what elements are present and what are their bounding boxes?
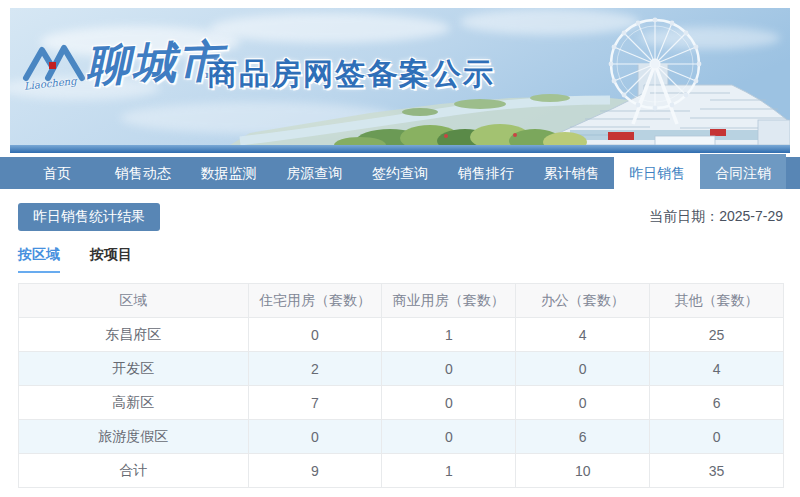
nav-item-sales-trend[interactable]: 销售动态 [100, 157, 186, 189]
main-nav: 首页 销售动态 数据监测 房源查询 签约查询 销售排行 累计销售 昨日销售 合同… [0, 157, 800, 189]
current-date-label: 当前日期：2025-7-29 [649, 208, 783, 226]
tab-by-region[interactable]: 按区域 [18, 246, 60, 273]
cell-value: 6 [516, 420, 650, 454]
region-sales-table: 区域 住宅用房（套数） 商业用房（套数） 办公（套数） 其他（套数） 东昌府区 … [18, 283, 784, 488]
cell-value: 2 [248, 352, 382, 386]
page: Liaocheng 聊城市 商品房网签备案公示 首页 销售动态 数据监测 房源查… [0, 0, 800, 497]
col-header-residential: 住宅用房（套数） [248, 284, 382, 318]
cell-value: 7 [248, 386, 382, 420]
cell-value: 1 [382, 454, 516, 488]
cell-value: 0 [382, 386, 516, 420]
col-header-other: 其他（套数） [650, 284, 784, 318]
cell-region: 开发区 [19, 352, 249, 386]
toolbar: 昨日销售统计结果 当前日期：2025-7-29 [18, 203, 783, 231]
cell-value: 0 [382, 420, 516, 454]
table-row-total: 合计 9 1 10 35 [19, 454, 784, 488]
cell-value: 4 [516, 318, 650, 352]
nav-item-home[interactable]: 首页 [14, 157, 100, 189]
nav-item-yesterday-sales[interactable]: 昨日销售 [614, 154, 700, 189]
table-row: 东昌府区 0 1 4 25 [19, 318, 784, 352]
cell-value: 35 [650, 454, 784, 488]
nav-item-sales-ranking[interactable]: 销售排行 [443, 157, 529, 189]
cell-value: 6 [650, 386, 784, 420]
cell-value: 0 [516, 386, 650, 420]
col-header-commercial: 商业用房（套数） [382, 284, 516, 318]
table-row: 旅游度假区 0 0 6 0 [19, 420, 784, 454]
view-tabs: 按区域 按项目 [18, 246, 132, 273]
header-banner: Liaocheng 聊城市 商品房网签备案公示 [10, 8, 790, 153]
nav-item-cumulative-sales[interactable]: 累计销售 [529, 157, 615, 189]
cell-region: 旅游度假区 [19, 420, 249, 454]
cell-value: 4 [650, 352, 784, 386]
table-row: 开发区 2 0 0 4 [19, 352, 784, 386]
banner-bottom-strip [10, 145, 790, 153]
nav-item-listing-query[interactable]: 房源查询 [271, 157, 357, 189]
col-header-region: 区域 [19, 284, 249, 318]
table-header-row: 区域 住宅用房（套数） 商业用房（套数） 办公（套数） 其他（套数） [19, 284, 784, 318]
cell-value: 0 [650, 420, 784, 454]
cell-region: 合计 [19, 454, 249, 488]
site-title: 商品房网签备案公示 [207, 54, 495, 95]
cell-value: 0 [248, 420, 382, 454]
cell-value: 1 [382, 318, 516, 352]
cell-value: 25 [650, 318, 784, 352]
cell-value: 0 [382, 352, 516, 386]
cell-region: 东昌府区 [19, 318, 249, 352]
nav-item-contract-cancel[interactable]: 合同注销 [700, 154, 786, 189]
cell-region: 高新区 [19, 386, 249, 420]
nav-item-data-monitor[interactable]: 数据监测 [186, 157, 272, 189]
table-row: 高新区 7 0 0 6 [19, 386, 784, 420]
cell-value: 9 [248, 454, 382, 488]
yesterday-stats-button[interactable]: 昨日销售统计结果 [18, 203, 160, 231]
cell-value: 0 [248, 318, 382, 352]
city-name: 聊城市 [85, 32, 225, 96]
col-header-office: 办公（套数） [516, 284, 650, 318]
cell-value: 10 [516, 454, 650, 488]
tab-by-project[interactable]: 按项目 [90, 246, 132, 273]
cell-value: 0 [516, 352, 650, 386]
nav-item-contract-query[interactable]: 签约查询 [357, 157, 443, 189]
